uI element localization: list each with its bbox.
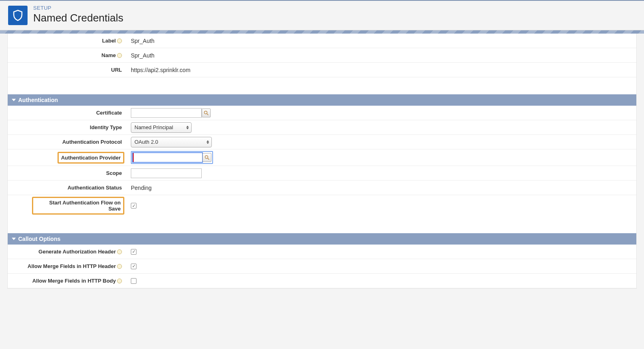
- select-value: OAuth 2.0: [134, 139, 158, 145]
- gen-auth-header-label: Generate Authorization Header: [8, 249, 125, 255]
- certificate-input[interactable]: [131, 108, 202, 118]
- header-eyebrow: SETUP: [33, 5, 124, 11]
- merge-http-body-label: Allow Merge Fields in HTTP Body: [8, 278, 125, 284]
- auth-status-label: Authentication Status: [8, 185, 125, 191]
- row-gen-auth-header: Generate Authorization Header: [8, 245, 636, 259]
- collapse-icon: [12, 238, 16, 240]
- label-text: Generate Authorization Header: [38, 249, 116, 255]
- row-label: Label Spr_Auth: [8, 34, 636, 48]
- help-icon[interactable]: [117, 264, 122, 269]
- label-field-label: Label: [8, 38, 125, 44]
- start-auth-flow-label: Start Authentication Flow on Save: [36, 200, 121, 212]
- label-text: URL: [111, 67, 122, 73]
- section-title: Authentication: [18, 97, 58, 103]
- row-auth-provider: Authentication Provider: [8, 149, 636, 166]
- auth-status-value: Pending: [125, 185, 151, 191]
- auth-protocol-select[interactable]: OAuth 2.0: [131, 137, 212, 147]
- row-scope: Scope: [8, 166, 636, 181]
- highlight-start-auth-flow: Start Authentication Flow on Save: [32, 197, 124, 215]
- page-header: SETUP Named Credentials: [0, 1, 644, 30]
- url-field-value: https://api2.sprinklr.com: [125, 67, 190, 73]
- header-text: SETUP Named Credentials: [33, 5, 124, 24]
- name-field-value: Spr_Auth: [125, 52, 154, 59]
- url-field-label: URL: [8, 67, 125, 73]
- section-title: Callout Options: [18, 236, 60, 242]
- auth-provider-label-wrap: Authentication Provider: [8, 152, 125, 164]
- highlight-auth-provider: Authentication Provider: [58, 152, 124, 164]
- merge-http-header-checkbox[interactable]: [131, 264, 136, 269]
- name-field-label: Name: [8, 52, 125, 58]
- merge-http-body-checkbox[interactable]: [131, 278, 136, 284]
- svg-point-0: [204, 111, 207, 114]
- identity-type-label: Identity Type: [8, 124, 125, 130]
- spacer: [8, 216, 636, 233]
- section-callout-header[interactable]: Callout Options: [8, 233, 636, 245]
- auth-provider-lookup-button[interactable]: [203, 153, 211, 162]
- help-icon[interactable]: [117, 53, 122, 58]
- help-icon[interactable]: [117, 279, 122, 283]
- label-text: Allow Merge Fields in HTTP Body: [32, 278, 116, 284]
- select-value: Named Principal: [134, 124, 173, 130]
- row-certificate: Certificate: [8, 106, 636, 120]
- label-text: Label: [102, 38, 116, 44]
- label-field-value: Spr_Auth: [125, 38, 154, 44]
- certificate-label: Certificate: [8, 110, 125, 116]
- start-auth-flow-label-wrap: Start Authentication Flow on Save: [8, 197, 125, 215]
- scope-input[interactable]: [131, 168, 202, 178]
- shield-icon: [8, 6, 28, 25]
- svg-line-3: [208, 158, 209, 160]
- row-url: URL https://api2.sprinklr.com: [8, 63, 636, 77]
- label-text: Name: [102, 52, 116, 58]
- merge-http-header-label: Allow Merge Fields in HTTP Header: [8, 263, 125, 269]
- auth-provider-label: Authentication Provider: [61, 155, 121, 161]
- identity-type-select[interactable]: Named Principal: [131, 122, 192, 133]
- help-icon[interactable]: [117, 249, 122, 254]
- svg-point-2: [205, 155, 208, 158]
- page-title: Named Credentials: [33, 12, 124, 24]
- updown-icon: [207, 140, 209, 144]
- auth-protocol-label: Authentication Protocol: [8, 139, 125, 145]
- section-authentication-header[interactable]: Authentication: [8, 94, 636, 106]
- certificate-lookup-button[interactable]: [202, 109, 211, 117]
- auth-provider-input[interactable]: [132, 153, 203, 162]
- row-identity-type: Identity Type Named Principal: [8, 120, 636, 135]
- row-auth-protocol: Authentication Protocol OAuth 2.0: [8, 135, 636, 149]
- row-start-auth-flow: Start Authentication Flow on Save: [8, 195, 636, 216]
- form-content: Label Spr_Auth Name Spr_Auth URL https:/…: [7, 34, 637, 289]
- start-auth-flow-checkbox[interactable]: [131, 203, 136, 209]
- updown-icon: [186, 126, 189, 129]
- gen-auth-header-checkbox[interactable]: [131, 249, 136, 255]
- decorative-wave-strip: [0, 30, 644, 34]
- collapse-icon: [12, 99, 16, 101]
- scope-label: Scope: [8, 170, 125, 176]
- row-auth-status: Authentication Status Pending: [8, 181, 636, 195]
- spacer: [8, 77, 636, 94]
- auth-provider-lookup-group: [131, 151, 213, 164]
- row-merge-http-body: Allow Merge Fields in HTTP Body: [8, 274, 636, 288]
- certificate-lookup-group: [131, 108, 211, 118]
- help-icon[interactable]: [117, 38, 122, 43]
- label-text: Allow Merge Fields in HTTP Header: [28, 263, 116, 269]
- svg-line-1: [207, 113, 209, 115]
- row-name: Name Spr_Auth: [8, 48, 636, 63]
- row-merge-http-header: Allow Merge Fields in HTTP Header: [8, 259, 636, 274]
